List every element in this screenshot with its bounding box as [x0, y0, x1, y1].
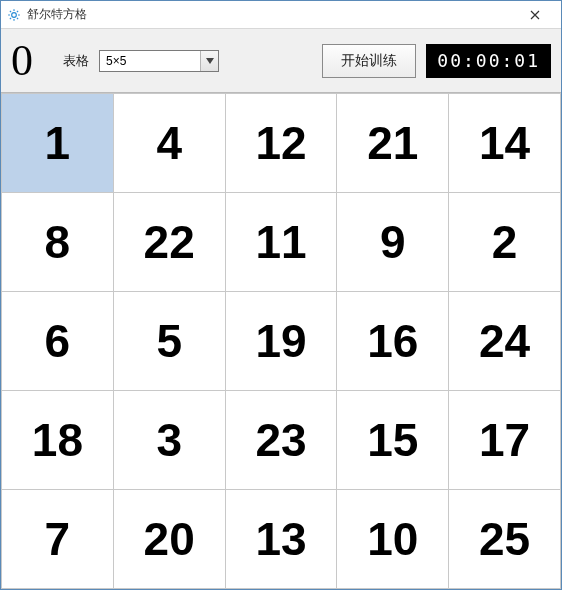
chevron-down-icon — [200, 51, 218, 71]
grid-cell[interactable]: 18 — [2, 391, 114, 490]
progress-counter: 0 — [11, 39, 47, 83]
grid-cell[interactable]: 9 — [337, 193, 449, 292]
timer-display: 00:00:01 — [426, 44, 551, 78]
start-button[interactable]: 开始训练 — [322, 44, 416, 78]
grid-cell[interactable]: 3 — [113, 391, 225, 490]
app-window: 舒尔特方格 0 表格 5×5 开始训练 00:00:01 14122114822… — [0, 0, 562, 590]
grid-cell[interactable]: 7 — [2, 490, 114, 589]
grid-cell[interactable]: 5 — [113, 292, 225, 391]
app-gear-icon — [7, 8, 21, 22]
grid-size-select[interactable]: 5×5 — [99, 50, 219, 72]
grid-cell[interactable]: 14 — [449, 94, 561, 193]
grid-cell[interactable]: 22 — [113, 193, 225, 292]
grid-cell[interactable]: 21 — [337, 94, 449, 193]
grid-cell[interactable]: 2 — [449, 193, 561, 292]
grid-size-value: 5×5 — [106, 54, 126, 68]
grid-cell[interactable]: 20 — [113, 490, 225, 589]
grid-cell[interactable]: 8 — [2, 193, 114, 292]
grid-cell[interactable]: 1 — [2, 94, 114, 193]
grid-cell[interactable]: 6 — [2, 292, 114, 391]
grid-cell[interactable]: 13 — [225, 490, 337, 589]
titlebar: 舒尔特方格 — [1, 1, 561, 29]
grid-cell[interactable]: 17 — [449, 391, 561, 490]
svg-point-0 — [12, 12, 17, 17]
schulte-grid: 1412211482211926519162418323151772013102… — [1, 93, 561, 589]
grid-cell[interactable]: 10 — [337, 490, 449, 589]
grid-size-label: 表格 — [63, 52, 89, 70]
grid-cell[interactable]: 16 — [337, 292, 449, 391]
toolbar: 0 表格 5×5 开始训练 00:00:01 — [1, 29, 561, 93]
grid-cell[interactable]: 23 — [225, 391, 337, 490]
grid-cell[interactable]: 19 — [225, 292, 337, 391]
grid-cell[interactable]: 25 — [449, 490, 561, 589]
grid-cell[interactable]: 11 — [225, 193, 337, 292]
close-button[interactable] — [515, 1, 555, 29]
grid-cell[interactable]: 12 — [225, 94, 337, 193]
grid-cell[interactable]: 24 — [449, 292, 561, 391]
window-title: 舒尔特方格 — [27, 6, 515, 23]
grid-cell[interactable]: 15 — [337, 391, 449, 490]
grid-cell[interactable]: 4 — [113, 94, 225, 193]
